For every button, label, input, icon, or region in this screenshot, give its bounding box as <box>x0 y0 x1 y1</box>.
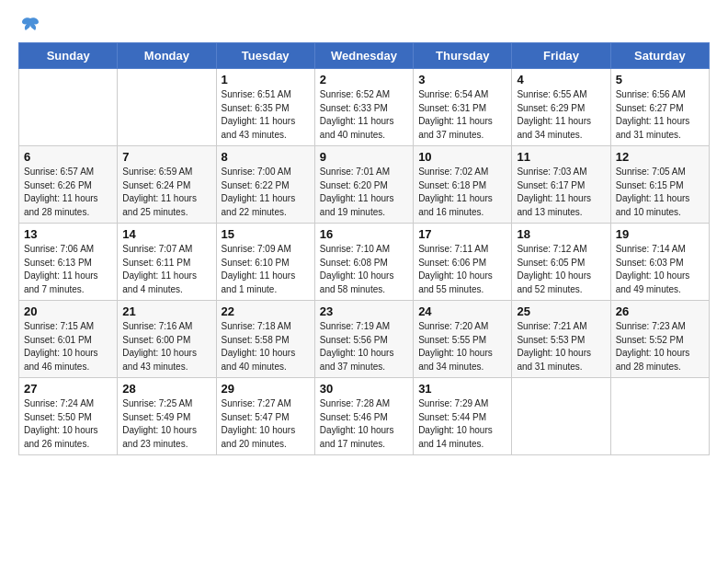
calendar-week-row: 27Sunrise: 7:24 AM Sunset: 5:50 PM Dayli… <box>19 378 710 455</box>
cell-info: Sunrise: 7:02 AM Sunset: 6:18 PM Dayligh… <box>418 166 506 219</box>
day-number: 11 <box>517 150 605 164</box>
calendar-week-row: 13Sunrise: 7:06 AM Sunset: 6:13 PM Dayli… <box>19 224 710 301</box>
calendar-week-row: 6Sunrise: 6:57 AM Sunset: 6:26 PM Daylig… <box>19 146 710 224</box>
day-number: 22 <box>222 304 310 318</box>
logo-bird-icon <box>20 15 40 35</box>
header <box>18 15 710 35</box>
day-number: 15 <box>222 227 310 241</box>
day-number: 13 <box>24 227 112 241</box>
calendar-cell: 28Sunrise: 7:25 AM Sunset: 5:49 PM Dayli… <box>118 378 216 455</box>
calendar-cell <box>512 378 610 455</box>
cell-info: Sunrise: 6:52 AM Sunset: 6:33 PM Dayligh… <box>320 88 408 142</box>
day-number: 8 <box>222 150 310 164</box>
calendar-cell: 9Sunrise: 7:01 AM Sunset: 6:20 PM Daylig… <box>314 146 413 224</box>
calendar-cell <box>610 378 709 455</box>
calendar-cell: 8Sunrise: 7:00 AM Sunset: 6:22 PM Daylig… <box>216 146 314 224</box>
cell-info: Sunrise: 7:05 AM Sunset: 6:15 PM Dayligh… <box>616 166 704 219</box>
day-number: 24 <box>418 304 506 318</box>
cell-info: Sunrise: 6:59 AM Sunset: 6:24 PM Dayligh… <box>122 166 210 219</box>
day-number: 19 <box>616 227 704 241</box>
calendar-cell: 20Sunrise: 7:15 AM Sunset: 6:01 PM Dayli… <box>19 301 118 378</box>
calendar-cell: 16Sunrise: 7:10 AM Sunset: 6:08 PM Dayli… <box>314 224 413 301</box>
day-number: 2 <box>320 73 408 86</box>
cell-info: Sunrise: 7:14 AM Sunset: 6:03 PM Dayligh… <box>616 243 704 296</box>
calendar-cell: 12Sunrise: 7:05 AM Sunset: 6:15 PM Dayli… <box>610 146 709 224</box>
cell-info: Sunrise: 7:27 AM Sunset: 5:47 PM Dayligh… <box>222 397 310 451</box>
cell-info: Sunrise: 7:21 AM Sunset: 5:53 PM Dayligh… <box>517 320 605 373</box>
calendar-cell: 10Sunrise: 7:02 AM Sunset: 6:18 PM Dayli… <box>414 146 512 224</box>
calendar-cell: 22Sunrise: 7:18 AM Sunset: 5:58 PM Dayli… <box>216 301 314 378</box>
day-number: 18 <box>517 227 605 241</box>
cell-info: Sunrise: 7:25 AM Sunset: 5:49 PM Dayligh… <box>122 397 210 451</box>
calendar-cell <box>19 69 118 146</box>
cell-info: Sunrise: 7:07 AM Sunset: 6:11 PM Dayligh… <box>122 243 210 296</box>
day-number: 21 <box>122 304 210 318</box>
calendar-cell: 31Sunrise: 7:29 AM Sunset: 5:44 PM Dayli… <box>414 378 512 455</box>
calendar-cell: 27Sunrise: 7:24 AM Sunset: 5:50 PM Dayli… <box>19 378 118 455</box>
calendar-cell: 6Sunrise: 6:57 AM Sunset: 6:26 PM Daylig… <box>19 146 118 224</box>
calendar-cell: 23Sunrise: 7:19 AM Sunset: 5:56 PM Dayli… <box>314 301 413 378</box>
calendar-cell: 21Sunrise: 7:16 AM Sunset: 6:00 PM Dayli… <box>118 301 216 378</box>
cell-info: Sunrise: 7:28 AM Sunset: 5:46 PM Dayligh… <box>320 397 408 451</box>
cell-info: Sunrise: 7:00 AM Sunset: 6:22 PM Dayligh… <box>222 166 310 219</box>
calendar-cell: 30Sunrise: 7:28 AM Sunset: 5:46 PM Dayli… <box>314 378 413 455</box>
calendar-cell: 7Sunrise: 6:59 AM Sunset: 6:24 PM Daylig… <box>118 146 216 224</box>
cell-info: Sunrise: 7:10 AM Sunset: 6:08 PM Dayligh… <box>320 243 408 296</box>
weekday-header-saturday: Saturday <box>610 43 709 69</box>
cell-info: Sunrise: 7:20 AM Sunset: 5:55 PM Dayligh… <box>418 320 506 373</box>
day-number: 29 <box>222 382 310 396</box>
day-number: 7 <box>122 150 210 164</box>
day-number: 16 <box>320 227 408 241</box>
calendar-cell: 2Sunrise: 6:52 AM Sunset: 6:33 PM Daylig… <box>314 69 413 146</box>
calendar-cell: 26Sunrise: 7:23 AM Sunset: 5:52 PM Dayli… <box>610 301 709 378</box>
cell-info: Sunrise: 6:55 AM Sunset: 6:29 PM Dayligh… <box>517 88 605 142</box>
cell-info: Sunrise: 6:57 AM Sunset: 6:26 PM Dayligh… <box>24 166 112 219</box>
calendar-cell: 15Sunrise: 7:09 AM Sunset: 6:10 PM Dayli… <box>216 224 314 301</box>
calendar-cell: 19Sunrise: 7:14 AM Sunset: 6:03 PM Dayli… <box>610 224 709 301</box>
day-number: 6 <box>24 150 112 164</box>
calendar-cell: 5Sunrise: 6:56 AM Sunset: 6:27 PM Daylig… <box>610 69 709 146</box>
calendar-cell: 29Sunrise: 7:27 AM Sunset: 5:47 PM Dayli… <box>216 378 314 455</box>
calendar-cell: 14Sunrise: 7:07 AM Sunset: 6:11 PM Dayli… <box>118 224 216 301</box>
cell-info: Sunrise: 7:03 AM Sunset: 6:17 PM Dayligh… <box>517 166 605 219</box>
day-number: 14 <box>122 227 210 241</box>
weekday-header-thursday: Thursday <box>414 43 512 69</box>
day-number: 5 <box>616 73 704 86</box>
weekday-header-wednesday: Wednesday <box>314 43 413 69</box>
cell-info: Sunrise: 7:19 AM Sunset: 5:56 PM Dayligh… <box>320 320 408 373</box>
cell-info: Sunrise: 7:15 AM Sunset: 6:01 PM Dayligh… <box>24 320 112 373</box>
day-number: 20 <box>24 304 112 318</box>
calendar-cell: 25Sunrise: 7:21 AM Sunset: 5:53 PM Dayli… <box>512 301 610 378</box>
cell-info: Sunrise: 7:06 AM Sunset: 6:13 PM Dayligh… <box>24 243 112 296</box>
calendar-week-row: 1Sunrise: 6:51 AM Sunset: 6:35 PM Daylig… <box>19 69 710 146</box>
day-number: 4 <box>517 73 605 86</box>
calendar-cell: 3Sunrise: 6:54 AM Sunset: 6:31 PM Daylig… <box>414 69 512 146</box>
calendar-week-row: 20Sunrise: 7:15 AM Sunset: 6:01 PM Dayli… <box>19 301 710 378</box>
calendar-cell: 1Sunrise: 6:51 AM Sunset: 6:35 PM Daylig… <box>216 69 314 146</box>
day-number: 12 <box>616 150 704 164</box>
calendar-cell: 4Sunrise: 6:55 AM Sunset: 6:29 PM Daylig… <box>512 69 610 146</box>
calendar-cell: 13Sunrise: 7:06 AM Sunset: 6:13 PM Dayli… <box>19 224 118 301</box>
cell-info: Sunrise: 7:18 AM Sunset: 5:58 PM Dayligh… <box>222 320 310 373</box>
cell-info: Sunrise: 7:01 AM Sunset: 6:20 PM Dayligh… <box>320 166 408 219</box>
calendar-table: SundayMondayTuesdayWednesdayThursdayFrid… <box>18 42 710 455</box>
cell-info: Sunrise: 7:29 AM Sunset: 5:44 PM Dayligh… <box>418 397 506 451</box>
weekday-header-row: SundayMondayTuesdayWednesdayThursdayFrid… <box>19 43 710 69</box>
cell-info: Sunrise: 6:51 AM Sunset: 6:35 PM Dayligh… <box>222 88 310 142</box>
day-number: 26 <box>616 304 704 318</box>
cell-info: Sunrise: 7:11 AM Sunset: 6:06 PM Dayligh… <box>418 243 506 296</box>
day-number: 25 <box>517 304 605 318</box>
day-number: 9 <box>320 150 408 164</box>
cell-info: Sunrise: 7:09 AM Sunset: 6:10 PM Dayligh… <box>222 243 310 296</box>
day-number: 10 <box>418 150 506 164</box>
calendar-cell: 17Sunrise: 7:11 AM Sunset: 6:06 PM Dayli… <box>414 224 512 301</box>
day-number: 30 <box>320 382 408 396</box>
weekday-header-monday: Monday <box>118 43 216 69</box>
day-number: 31 <box>418 382 506 396</box>
logo <box>18 18 40 35</box>
day-number: 27 <box>24 382 112 396</box>
day-number: 1 <box>222 73 310 86</box>
calendar-cell: 11Sunrise: 7:03 AM Sunset: 6:17 PM Dayli… <box>512 146 610 224</box>
cell-info: Sunrise: 6:56 AM Sunset: 6:27 PM Dayligh… <box>616 88 704 142</box>
weekday-header-sunday: Sunday <box>19 43 118 69</box>
